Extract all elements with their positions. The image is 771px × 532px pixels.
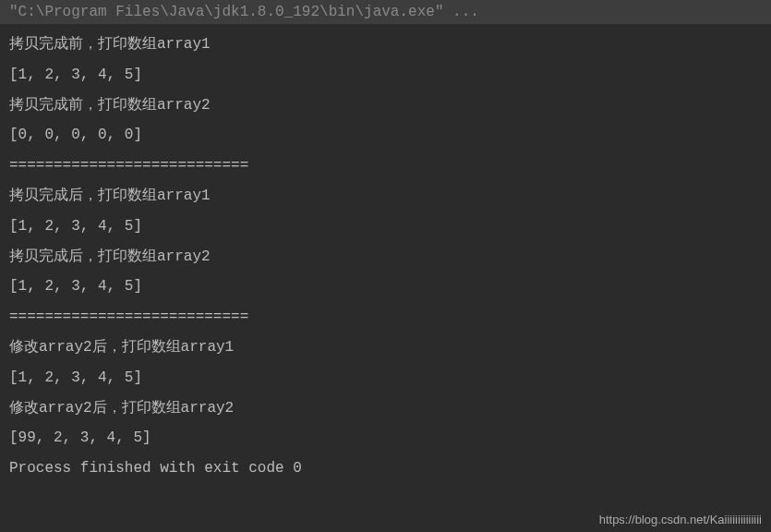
output-line: 拷贝完成前，打印数组array2 [9,91,762,121]
output-line: [1, 2, 3, 4, 5] [9,272,762,302]
watermark: https://blog.csdn.net/Kaiiiiiiiiiiiiii [599,513,762,526]
output-line: 拷贝完成后，打印数组array1 [9,181,762,212]
output-line: 修改array2后，打印数组array1 [9,332,762,363]
output-line: 拷贝完成前，打印数组array1 [9,30,762,60]
output-line: [99, 2, 3, 4, 5] [9,423,762,453]
output-line: =========================== [9,302,762,332]
command-header: "C:\Program Files\Java\jdk1.8.0_192\bin\… [0,0,771,24]
console-output: 拷贝完成前，打印数组array1 [1, 2, 3, 4, 5] 拷贝完成前，打… [0,24,771,490]
output-line: [1, 2, 3, 4, 5] [9,363,762,393]
output-line: [0, 0, 0, 0, 0] [9,120,762,151]
command-text: "C:\Program Files\Java\jdk1.8.0_192\bin\… [9,4,479,20]
output-line: =========================== [9,151,762,181]
output-line: 修改array2后，打印数组array2 [9,393,762,424]
output-line: [1, 2, 3, 4, 5] [9,60,762,91]
output-line: Process finished with exit code 0 [9,453,762,484]
output-line: 拷贝完成后，打印数组array2 [9,242,762,272]
watermark-text: https://blog.csdn.net/Kaiiiiiiiiiiiiii [599,513,762,526]
output-line: [1, 2, 3, 4, 5] [9,212,762,242]
